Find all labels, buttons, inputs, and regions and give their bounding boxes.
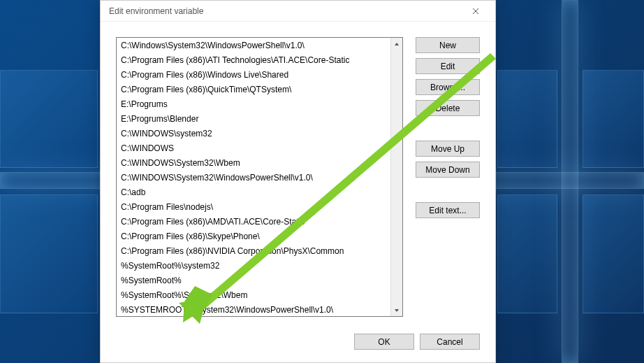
browse-button[interactable]: Browse... (416, 79, 480, 95)
list-item[interactable]: C:\WINDOWS\System32\WindowsPowerShell\v1… (117, 171, 390, 185)
list-item[interactable]: %SystemRoot%\System32\Wbem (117, 288, 390, 303)
titlebar: Edit environment variable (101, 1, 495, 22)
ok-button[interactable]: OK (354, 334, 414, 350)
scroll-down-icon[interactable] (391, 304, 403, 316)
list-item[interactable]: %SYSTEMROOT%\System32\WindowsPowerShell\… (117, 303, 390, 316)
list-item[interactable]: C:\Program Files\nodejs\ (117, 200, 390, 215)
list-item[interactable]: E:\Progrums\Blender (117, 112, 390, 127)
move-up-button[interactable]: Move Up (416, 141, 480, 157)
path-listbox[interactable]: C:\Windows\System32\WindowsPowerShell\v1… (116, 37, 403, 317)
scroll-up-icon[interactable] (391, 38, 403, 50)
edit-text-button[interactable]: Edit text... (416, 202, 480, 218)
cancel-button[interactable]: Cancel (420, 334, 480, 350)
list-item[interactable]: C:\Program Files (x86)\NVIDIA Corporatio… (117, 244, 390, 259)
list-item[interactable]: C:\adb (117, 185, 390, 200)
close-button[interactable] (462, 1, 490, 21)
list-item[interactable]: C:\Windows\System32\WindowsPowerShell\v1… (117, 38, 390, 53)
edit-env-var-dialog: Edit environment variable C:\Windows\Sys… (100, 0, 496, 363)
list-item[interactable]: C:\Program Files (x86)\ATI Technologies\… (117, 53, 390, 68)
list-item[interactable]: C:\WINDOWS\system32 (117, 127, 390, 141)
list-item[interactable]: %SystemRoot% (117, 273, 390, 288)
side-button-column: New Edit Browse... Delete Move Up Move D… (416, 37, 480, 324)
close-icon (472, 8, 479, 15)
list-item[interactable]: E:\Progrums (117, 97, 390, 112)
list-item[interactable]: %SystemRoot%\system32 (117, 259, 390, 273)
dialog-title: Edit environment variable (109, 6, 203, 16)
delete-button[interactable]: Delete (416, 100, 480, 116)
list-scrollbar[interactable] (390, 38, 402, 316)
dialog-footer: OK Cancel (101, 324, 495, 362)
edit-button[interactable]: Edit (416, 58, 480, 74)
new-button[interactable]: New (416, 37, 480, 53)
list-item[interactable]: C:\Program Files (x86)\QuickTime\QTSyste… (117, 83, 390, 97)
move-down-button[interactable]: Move Down (416, 162, 480, 178)
list-item[interactable]: C:\Program Files (x86)\Skype\Phone\ (117, 229, 390, 244)
list-item[interactable]: C:\WINDOWS (117, 141, 390, 156)
list-item[interactable]: C:\WINDOWS\System32\Wbem (117, 156, 390, 171)
desktop-background: Edit environment variable C:\Windows\Sys… (0, 0, 644, 363)
list-item[interactable]: C:\Program Files (x86)\AMD\ATI.ACE\Core-… (117, 215, 390, 229)
list-item[interactable]: C:\Program Files (x86)\Windows Live\Shar… (117, 68, 390, 83)
